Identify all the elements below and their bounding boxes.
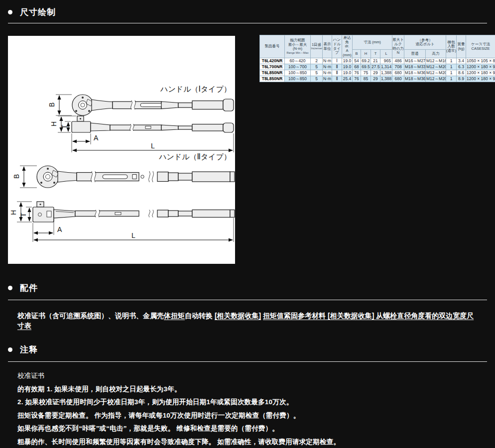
accessories-text: 校准证书（含可追溯系统图）、说明书、金属壳体扭矩自动转换 [相关数据收集] 扭矩… [17, 311, 481, 331]
table-cell: 19.0 [342, 64, 353, 70]
torque-wrench-drawing: ハンドル（Ⅰタイプ） B [8, 36, 235, 264]
table-cell: M18～M36 [404, 70, 426, 76]
col-capacity-main: 能力範囲 最小～最大 (N·m) [288, 38, 307, 51]
table-cell: 6.3 [457, 64, 466, 70]
dim-a-label-2: A [57, 225, 62, 233]
col-increment-sub: Increment [311, 47, 322, 51]
divider [8, 23, 487, 23]
dim-l-label: L [151, 142, 155, 150]
table-cell: M18～M36 [404, 76, 426, 82]
dim-b-label-2: B [12, 174, 20, 179]
type2-top-view: B [12, 166, 235, 188]
table-row: T6L420NR60～4202N·mⅠ19.05469.221965486M16… [260, 58, 495, 64]
spec-table: 製品番号 能力範囲 最小～最大 (N·m)Range Min～Max 1目盛In… [259, 35, 495, 82]
col-handle-type: ハンドル タイプ [332, 35, 342, 58]
col-dim-l: L [380, 50, 392, 58]
section-header-notes: 注释 [8, 344, 38, 355]
table-cell: 1 [446, 70, 457, 76]
col-bolt-high: 高力 [426, 50, 446, 58]
col-capacity-sub: Range Min～Max [285, 51, 309, 55]
dimension-drawing-panel: ハンドル（Ⅰタイプ） B [8, 36, 235, 264]
section-title-accessories: 配件 [20, 282, 38, 294]
table-cell: 486 [392, 58, 404, 64]
table-cell: 69.2 [361, 58, 371, 64]
table-cell: 708 [392, 64, 404, 70]
accessory-link[interactable]: [相关数据收集] [215, 312, 261, 320]
table-cell: 680 [392, 70, 404, 76]
cell-product-number: T6L850NR [260, 70, 285, 76]
table-cell: Ⅱ [332, 70, 342, 76]
col-drive-angle: 差込角 dr. A (mm) [342, 35, 353, 58]
table-cell: 68 [353, 64, 361, 70]
col-dim-t: T [371, 50, 380, 58]
col-max-force: 最大トルク 時の力 N [392, 35, 404, 58]
note-line: 2. 如果校准证书使用时间少于校准日期3年，则为使用开始日期1年或紧固次数最多1… [17, 398, 481, 407]
cell-product-number: T6L420NR [260, 58, 285, 64]
cell-product-number: T8L850NR [260, 76, 285, 82]
dim-t-label: T [60, 124, 68, 129]
table-cell: 5 [311, 76, 323, 82]
table-cell: 100～700 [285, 64, 311, 70]
table-cell: 8.9 [457, 76, 466, 82]
table-cell: 1,314 [380, 64, 392, 70]
note-line: 扭矩设备需要定期检查。 作为指导，请每年或每10万次使用时进行一次定期检查（需付… [17, 411, 481, 420]
table-cell: 27.5 [371, 64, 380, 70]
table-cell: N·m [323, 64, 332, 70]
table-cell: 19.0 [342, 70, 353, 76]
handle-type1-label: ハンドル（Ⅰタイプ） [160, 85, 231, 93]
table-cell: M18～M33 [404, 64, 426, 70]
table-cell: 19.0 [342, 58, 353, 64]
accessory-text: 自动转换 [185, 312, 215, 320]
dim-a-label: A [94, 134, 99, 142]
table-cell: 75 [361, 70, 371, 76]
table-cell: Ⅱ [332, 76, 342, 82]
table-cell: 5 [311, 64, 323, 70]
note-line: 校准证书 [17, 371, 481, 380]
dim-l-label-2: L [131, 231, 135, 239]
col-product: 製品番号 [260, 35, 285, 58]
section-title-dimensions: 尺寸绘制 [20, 6, 56, 18]
section-header-dimensions: 尺寸绘制 [8, 6, 56, 18]
table-cell: 29 [371, 76, 380, 82]
table-cell: 69.5 [361, 64, 371, 70]
divider [8, 300, 487, 300]
accessory-link[interactable]: 体扭矩 [164, 312, 185, 320]
note-line: 粗暴的作、长时间使用和频繁使用等因素有时会导致准确度下降。 如需准确性，请收取费… [17, 438, 481, 447]
note-line: 的有效期 1. 如果未使用，则自校对之日起最长为3年。 [17, 385, 481, 394]
table-cell: 76 [353, 76, 361, 82]
table-cell: 1200 × 180 × 98 [466, 70, 495, 76]
table-cell: M12～M20 [426, 76, 446, 82]
table-row: T6L850NR100～8505N·mⅡ19.07675291,388680M1… [260, 70, 495, 76]
section-title-notes: 注释 [20, 344, 38, 355]
table-cell: 1050 × 105 × 80 [466, 58, 495, 64]
table-cell: 2 [311, 58, 323, 64]
col-increment-main: 1目盛 [312, 42, 321, 47]
col-unit: 表示 単位 [323, 35, 332, 58]
dim-h-label-2: H [9, 210, 17, 215]
type1-side-view: H T A L [50, 116, 234, 152]
col-dim-b: B [353, 50, 361, 58]
table-cell: 8.6 [457, 70, 466, 76]
cell-product-number: T6L700NR [260, 64, 285, 70]
table-cell: 1 [446, 58, 457, 64]
wrench-type1-drawing: ハンドル（Ⅰタイプ） B [48, 85, 234, 152]
table-cell: 1 [446, 76, 457, 82]
dim-h-label: H [50, 121, 58, 126]
table-cell: 1,388 [380, 70, 392, 76]
accessory-text: 校准证书（含可追溯系统图）、说明书、金属壳 [17, 312, 164, 320]
handle-type2-label: ハンドル（Ⅱタイプ） [158, 152, 231, 161]
table-cell: 1 [446, 64, 457, 70]
table-cell: 25.4 [342, 76, 353, 82]
table-cell: 60～420 [285, 58, 311, 64]
table-cell: 100～850 [285, 70, 311, 76]
spec-table-panel: 製品番号 能力範囲 最小～最大 (N·m)Range Min～Max 1目盛In… [259, 35, 495, 82]
table-cell: 3.4 [457, 58, 466, 64]
table-cell: 965 [380, 58, 392, 64]
col-capacity: 能力範囲 最小～最大 (N·m)Range Min～Max [285, 35, 311, 58]
col-mass: 質量 (kg) [457, 35, 466, 58]
table-cell: Ⅰ [332, 58, 342, 64]
divider [8, 361, 487, 362]
table-cell: M12～M20 [426, 70, 446, 76]
table-cell: 29 [371, 70, 380, 76]
table-cell: 680 [392, 76, 404, 82]
